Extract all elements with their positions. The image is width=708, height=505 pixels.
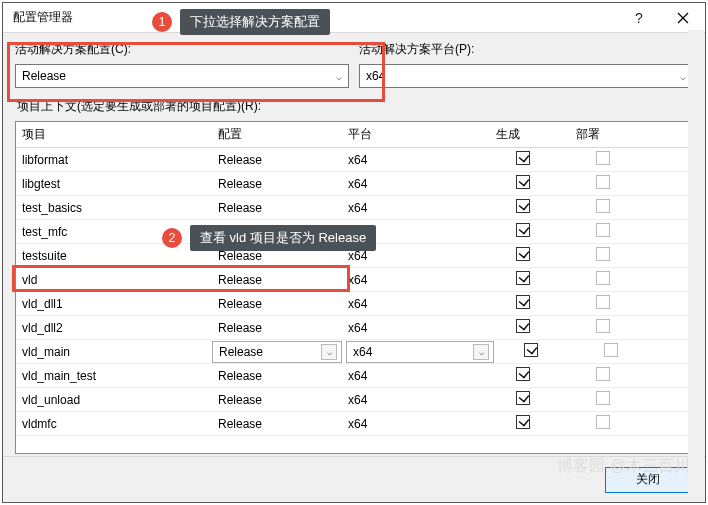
build-checkbox[interactable]	[516, 247, 530, 261]
deploy-checkbox[interactable]	[596, 319, 610, 333]
deploy-checkbox[interactable]	[604, 343, 618, 357]
cell-config-dropdown[interactable]: Release	[212, 317, 342, 339]
cell-build	[490, 367, 570, 384]
cell-project: vld_main	[16, 345, 212, 359]
cell-project: vldmfc	[16, 417, 212, 431]
cell-platform-value: x64	[348, 417, 367, 431]
cell-project: vld_main_test	[16, 369, 212, 383]
scrollbar[interactable]	[688, 121, 693, 454]
table-row[interactable]: vld_dll1 Release x64	[16, 292, 692, 316]
cell-project: test_mfc	[16, 225, 212, 239]
solution-platform-dropdown[interactable]: x64 ⌵	[359, 64, 693, 88]
col-config[interactable]: 配置	[212, 126, 342, 143]
chevron-down-icon: ⌵	[473, 344, 489, 360]
cell-config-dropdown[interactable]: Release	[212, 389, 342, 411]
cell-build	[490, 295, 570, 312]
cell-platform-value: x64	[348, 201, 367, 215]
cell-config-dropdown[interactable]: Release	[212, 293, 342, 315]
cell-project: vld	[16, 273, 212, 287]
cell-platform-dropdown[interactable]: x64	[342, 269, 490, 291]
deploy-checkbox[interactable]	[596, 367, 610, 381]
deploy-checkbox[interactable]	[596, 295, 610, 309]
deploy-checkbox[interactable]	[596, 271, 610, 285]
close-icon[interactable]	[661, 3, 705, 33]
build-checkbox[interactable]	[516, 295, 530, 309]
help-button[interactable]: ?	[617, 3, 661, 33]
cell-config-dropdown[interactable]: Release	[212, 149, 342, 171]
cell-build	[490, 199, 570, 216]
deploy-checkbox[interactable]	[596, 223, 610, 237]
table-row[interactable]: vld_main Release ⌵ x64 ⌵	[16, 340, 692, 364]
cell-deploy	[570, 151, 640, 168]
cell-deploy	[570, 247, 640, 264]
cell-config-dropdown[interactable]: Release	[212, 173, 342, 195]
chevron-down-icon: ⌵	[680, 71, 686, 82]
deploy-checkbox[interactable]	[596, 415, 610, 429]
close-button[interactable]: 关闭	[605, 467, 691, 493]
cell-build	[490, 247, 570, 264]
cell-build	[490, 223, 570, 240]
cell-project: libgtest	[16, 177, 212, 191]
solution-config-dropdown[interactable]: Release ⌵	[15, 64, 349, 88]
cell-platform-dropdown[interactable]: x64	[342, 413, 490, 435]
annotation-2: 2 查看 vld 项目是否为 Release	[190, 225, 376, 251]
deploy-checkbox[interactable]	[596, 175, 610, 189]
table-row[interactable]: vld_unload Release x64	[16, 388, 692, 412]
cell-platform-dropdown[interactable]: x64	[342, 197, 490, 219]
cell-deploy	[570, 175, 640, 192]
col-platform[interactable]: 平台	[342, 126, 490, 143]
config-manager-dialog: 配置管理器 ? 活动解决方案配置(C): Release ⌵ 活动解决方案平台(…	[2, 2, 706, 503]
cell-config-dropdown[interactable]: Release ⌵	[212, 341, 342, 363]
table-row[interactable]: vld_main_test Release x64	[16, 364, 692, 388]
cell-config-dropdown[interactable]: Release	[212, 365, 342, 387]
cell-config-dropdown[interactable]: Release	[212, 269, 342, 291]
projects-table: 项目 配置 平台 生成 部署 libformat Release x64 lib…	[15, 121, 693, 454]
cell-build	[490, 319, 570, 336]
build-checkbox[interactable]	[524, 343, 538, 357]
dialog-footer: 关闭	[3, 456, 705, 502]
build-checkbox[interactable]	[516, 391, 530, 405]
cell-platform-dropdown[interactable]: x64	[342, 149, 490, 171]
build-checkbox[interactable]	[516, 271, 530, 285]
chevron-down-icon: ⌵	[336, 71, 342, 82]
annotation-1-text: 下拉选择解决方案配置	[190, 13, 320, 31]
cell-config-dropdown[interactable]: Release	[212, 197, 342, 219]
col-deploy[interactable]: 部署	[570, 126, 640, 143]
table-row[interactable]: libgtest Release x64	[16, 172, 692, 196]
cell-deploy	[578, 343, 648, 360]
table-row[interactable]: vld_dll2 Release x64	[16, 316, 692, 340]
cell-config-value: Release	[218, 153, 262, 167]
cell-platform-dropdown[interactable]: x64 ⌵	[346, 341, 494, 363]
cell-project: test_basics	[16, 201, 212, 215]
cell-platform-value: x64	[348, 369, 367, 383]
cell-platform-dropdown[interactable]: x64	[342, 173, 490, 195]
deploy-checkbox[interactable]	[596, 151, 610, 165]
cell-config-value: Release	[218, 321, 262, 335]
table-body: libformat Release x64 libgtest Release x…	[16, 148, 692, 453]
cell-platform-dropdown[interactable]: x64	[342, 317, 490, 339]
cell-platform-dropdown[interactable]: x64	[342, 365, 490, 387]
build-checkbox[interactable]	[516, 199, 530, 213]
cell-platform-value: x64	[348, 321, 367, 335]
col-project[interactable]: 项目	[16, 126, 212, 143]
build-checkbox[interactable]	[516, 223, 530, 237]
col-build[interactable]: 生成	[490, 126, 570, 143]
table-row[interactable]: vld Release x64	[16, 268, 692, 292]
cell-config-dropdown[interactable]: Release	[212, 413, 342, 435]
table-header: 项目 配置 平台 生成 部署	[16, 122, 692, 148]
deploy-checkbox[interactable]	[596, 247, 610, 261]
build-checkbox[interactable]	[516, 367, 530, 381]
table-row[interactable]: test_basics Release x64	[16, 196, 692, 220]
table-row[interactable]: vldmfc Release x64	[16, 412, 692, 436]
deploy-checkbox[interactable]	[596, 199, 610, 213]
solution-platform-label: 活动解决方案平台(P):	[359, 41, 693, 58]
build-checkbox[interactable]	[516, 175, 530, 189]
build-checkbox[interactable]	[516, 319, 530, 333]
cell-project: vld_dll2	[16, 321, 212, 335]
build-checkbox[interactable]	[516, 151, 530, 165]
table-row[interactable]: libformat Release x64	[16, 148, 692, 172]
cell-platform-dropdown[interactable]: x64	[342, 389, 490, 411]
cell-platform-dropdown[interactable]: x64	[342, 293, 490, 315]
build-checkbox[interactable]	[516, 415, 530, 429]
deploy-checkbox[interactable]	[596, 391, 610, 405]
